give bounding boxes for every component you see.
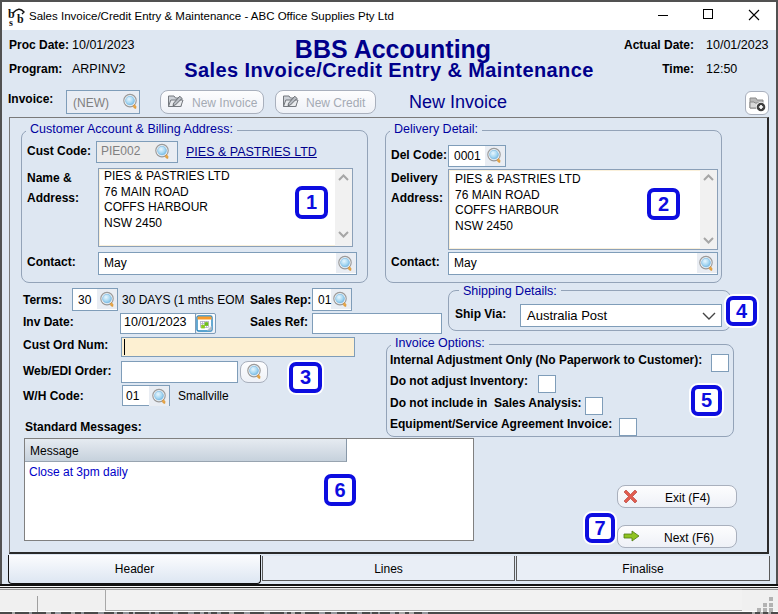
svg-text:b: b [17,12,24,26]
svg-text:s: s [9,17,13,26]
